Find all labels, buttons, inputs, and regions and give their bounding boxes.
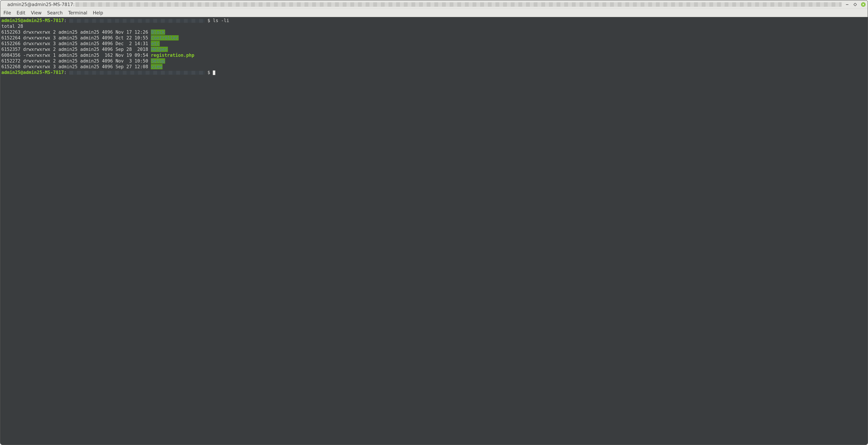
- listing-name: registration.php: [151, 53, 194, 58]
- listing-name: etc: [151, 41, 160, 46]
- menu-terminal[interactable]: Terminal: [68, 10, 87, 16]
- menu-file[interactable]: File: [3, 10, 11, 16]
- prompt-symbol: $: [208, 18, 213, 23]
- window-minimize-button[interactable]: [845, 2, 849, 7]
- prompt-user: admin25@admin25-MS-7817: [1, 18, 64, 23]
- window-titlebar: admin25@admin25-MS-7817:: [0, 0, 868, 9]
- listing-name: Controller: [151, 35, 179, 40]
- listing-row: 6152263 drwxrwxrwx 2 admin25 admin25 409…: [1, 29, 867, 35]
- svg-rect-1: [854, 3, 857, 6]
- listing-row: 6152268 drwxrwxrwx 3 admin25 admin25 409…: [1, 64, 867, 70]
- window-close-button[interactable]: [861, 2, 866, 7]
- prompt-symbol: $: [208, 70, 213, 75]
- minimize-icon: [846, 3, 849, 6]
- prompt-separator: :: [64, 70, 67, 75]
- window-controls: [845, 2, 866, 7]
- menu-view[interactable]: View: [31, 10, 42, 16]
- maximize-icon: [854, 3, 857, 6]
- close-icon: [862, 3, 865, 6]
- menu-edit[interactable]: Edit: [17, 10, 25, 16]
- menu-search[interactable]: Search: [47, 10, 63, 16]
- window-maximize-button[interactable]: [853, 2, 857, 7]
- listing-name: Helper: [151, 47, 168, 52]
- listing-row: 6152357 drwxrwxrwx 2 admin25 admin25 409…: [1, 47, 867, 52]
- menu-help[interactable]: Help: [93, 10, 103, 16]
- total-line: total 28: [1, 24, 867, 29]
- listing-row: 6152272 drwxrwxrwx 2 admin25 admin25 409…: [1, 58, 867, 64]
- window-title: admin25@admin25-MS-7817:: [7, 2, 75, 7]
- terminal-body[interactable]: admin25@admin25-MS-7817: $ ls -litotal 2…: [0, 17, 868, 445]
- listing-name: Block: [151, 30, 165, 35]
- listing-name: view: [151, 64, 162, 69]
- listing-row: 6152264 drwxrwxrwx 3 admin25 admin25 409…: [1, 35, 867, 41]
- listing-name: Setup: [151, 58, 165, 63]
- terminal-window: admin25@admin25-MS-7817: File Edit View …: [0, 0, 868, 445]
- svg-rect-0: [846, 4, 848, 5]
- menubar: File Edit View Search Terminal Help: [0, 9, 868, 17]
- prompt-line: admin25@admin25-MS-7817: $ ls -li: [1, 18, 867, 24]
- listing-row: 6084356 -rwxrwxrwx 1 admin25 admin25 162…: [1, 53, 867, 58]
- listing-row: 6152266 drwxrwxrwx 3 admin25 admin25 409…: [1, 41, 867, 47]
- prompt-separator: :: [64, 18, 67, 23]
- prompt-path-redacted: [69, 71, 205, 75]
- window-title-redacted: [75, 2, 842, 7]
- cursor: [213, 70, 215, 75]
- prompt-user: admin25@admin25-MS-7817: [1, 70, 64, 75]
- prompt-path-redacted: [69, 19, 205, 23]
- prompt-line: admin25@admin25-MS-7817: $: [1, 70, 867, 76]
- command: ls -li: [213, 18, 229, 23]
